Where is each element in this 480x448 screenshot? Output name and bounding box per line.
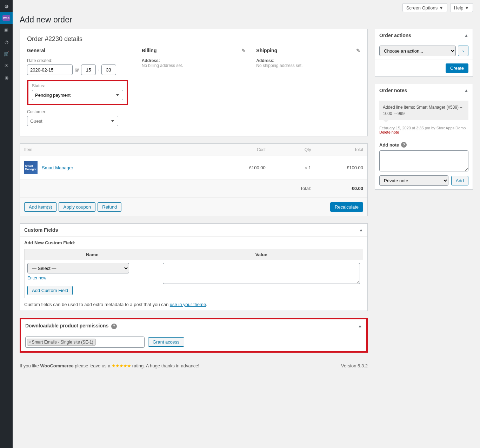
hour-input[interactable] bbox=[81, 65, 96, 75]
product-token-input[interactable]: ×Smart Emails - Single site (SE-1) bbox=[25, 337, 145, 348]
delete-note-link[interactable]: Delete note bbox=[379, 130, 399, 134]
totals-label: Total: bbox=[270, 179, 315, 198]
analytics-icon[interactable]: ◔ bbox=[0, 36, 13, 48]
run-action-button[interactable]: › bbox=[458, 46, 468, 56]
order-title: Order #2230 details bbox=[20, 29, 367, 48]
add-items-button[interactable]: Add item(s) bbox=[24, 202, 56, 212]
edit-billing-icon[interactable]: ✎ bbox=[241, 48, 246, 53]
shipping-address-text: No shipping address set. bbox=[256, 63, 360, 68]
cf-name-select[interactable]: — Select — bbox=[27, 263, 129, 273]
grant-access-button[interactable]: Grant access bbox=[148, 337, 184, 347]
add-new-cf-label: Add New Custom Field: bbox=[24, 240, 363, 245]
date-created-label: Date created: bbox=[27, 58, 131, 63]
product-thumb: Smart Manager bbox=[24, 161, 38, 174]
col-qty: Qty bbox=[270, 144, 315, 156]
screen-options-button[interactable]: Screen Options ▼ bbox=[402, 4, 447, 12]
cf-value-textarea[interactable] bbox=[163, 263, 360, 284]
use-in-theme-link[interactable]: use in your theme bbox=[170, 302, 206, 307]
custom-fields-heading: Custom Fields bbox=[24, 227, 58, 233]
item-cost: £100.00 bbox=[211, 156, 270, 179]
media-icon[interactable]: ◉ bbox=[0, 72, 13, 83]
custom-fields-panel: Custom Fields ▲ Add New Custom Field: Na… bbox=[20, 223, 368, 311]
date-input[interactable] bbox=[27, 65, 73, 75]
status-highlight: Status: Pending payment bbox=[27, 80, 128, 105]
toggle-icon[interactable]: ▲ bbox=[359, 228, 363, 232]
billing-address-label: Address: bbox=[142, 58, 246, 63]
version-text: Version 5.3.2 bbox=[341, 363, 368, 368]
order-actions-panel: Order actions ▲ Choose an action... › Cr… bbox=[375, 29, 473, 77]
dashboard-icon[interactable]: ◕ bbox=[0, 0, 13, 12]
recalculate-button[interactable]: Recalculate bbox=[330, 202, 363, 212]
line-item-row: Smart Manager Smart Manager £100.00 × 1 … bbox=[20, 156, 367, 179]
help-icon[interactable]: ? bbox=[111, 324, 117, 329]
help-button[interactable]: Help ▼ bbox=[450, 4, 473, 12]
shipping-heading: Shipping bbox=[256, 48, 277, 53]
order-action-select[interactable]: Choose an action... bbox=[379, 46, 456, 56]
add-custom-field-button[interactable]: Add Custom Field bbox=[27, 286, 73, 295]
chevron-right-icon: › bbox=[462, 48, 464, 54]
order-details-panel: Order #2230 details General Date created… bbox=[20, 29, 368, 136]
help-icon[interactable]: ? bbox=[401, 142, 407, 148]
product-link[interactable]: Smart Manager bbox=[42, 165, 73, 170]
edit-shipping-icon[interactable]: ✎ bbox=[356, 48, 360, 53]
add-note-button[interactable]: Add bbox=[451, 176, 468, 185]
cf-name-header: Name bbox=[25, 249, 160, 260]
note-type-select[interactable]: Private note bbox=[379, 175, 448, 186]
note-timestamp: February 15, 2020 at 3:35 pm bbox=[379, 126, 430, 130]
note-meta: February 15, 2020 at 3:35 pm by StoreApp… bbox=[375, 124, 473, 138]
remove-token-icon[interactable]: × bbox=[29, 340, 31, 344]
page-title: Add new order bbox=[20, 15, 473, 25]
toggle-icon[interactable]: ▲ bbox=[464, 88, 468, 93]
create-button[interactable]: Create bbox=[446, 63, 468, 73]
add-note-label: Add note bbox=[379, 142, 399, 148]
general-heading: General bbox=[27, 48, 131, 53]
mail-icon[interactable]: ✉ bbox=[0, 60, 13, 72]
products-icon[interactable]: ▣ bbox=[0, 24, 13, 36]
status-select[interactable]: Pending payment bbox=[32, 90, 123, 100]
refund-button[interactable]: Refund bbox=[98, 202, 121, 212]
order-note: Added line items: Smart Manager (#539) –… bbox=[379, 101, 468, 120]
line-items-panel: Item Cost Qty Total Smart Manager Smart … bbox=[20, 143, 368, 216]
col-cost: Cost bbox=[211, 144, 270, 156]
status-label: Status: bbox=[32, 83, 123, 88]
minute-input[interactable] bbox=[101, 65, 116, 75]
apply-coupon-button[interactable]: Apply coupon bbox=[59, 202, 95, 212]
shipping-address-label: Address: bbox=[256, 58, 360, 63]
item-qty: × 1 bbox=[270, 156, 315, 179]
order-actions-heading: Order actions bbox=[379, 33, 411, 38]
token-label: Smart Emails - Single site (SE-1) bbox=[32, 340, 93, 345]
rating-stars[interactable]: ★★★★★ bbox=[112, 363, 131, 368]
admin-sidebar: ◕ woo ▣ ◔ 🛒 ✉ ◉ bbox=[0, 0, 13, 448]
note-textarea[interactable] bbox=[379, 150, 468, 171]
customer-select[interactable]: Guest bbox=[27, 116, 118, 126]
enter-new-link[interactable]: Enter new bbox=[27, 276, 46, 280]
toggle-icon[interactable]: ▲ bbox=[358, 324, 362, 328]
orders-icon[interactable]: 🛒 bbox=[0, 48, 13, 60]
cf-value-header: Value bbox=[160, 249, 363, 260]
footer-line: If you like WooCommerce please leave us … bbox=[20, 363, 368, 368]
order-notes-heading: Order notes bbox=[379, 88, 407, 93]
woocommerce-icon[interactable]: woo bbox=[0, 12, 13, 24]
billing-address-text: No billing address set. bbox=[142, 63, 246, 68]
col-item: Item bbox=[20, 144, 211, 156]
col-total: Total bbox=[315, 144, 368, 156]
toggle-icon[interactable]: ▲ bbox=[464, 33, 468, 38]
downloadable-heading: Downloadable product permissions bbox=[25, 323, 108, 328]
item-total: £100.00 bbox=[315, 156, 368, 179]
customer-label: Customer: bbox=[27, 109, 131, 114]
totals-value: £0.00 bbox=[315, 179, 368, 198]
order-notes-panel: Order notes ▲ Added line items: Smart Ma… bbox=[375, 84, 473, 190]
billing-heading: Billing bbox=[142, 48, 157, 53]
downloadable-permissions-panel: Downloadable product permissions ? ▲ ×Sm… bbox=[20, 318, 368, 353]
cf-footer-note: Custom fields can be used to add extra m… bbox=[24, 302, 363, 307]
